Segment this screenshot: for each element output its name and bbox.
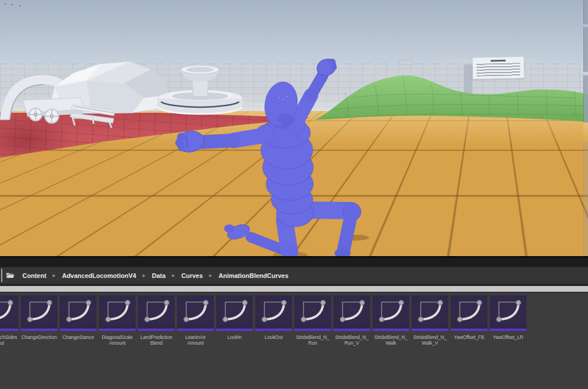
chevron-right-icon: ▶: [50, 273, 59, 278]
curve-asset-tile[interactable]: [294, 295, 331, 331]
curve-asset-icon: [21, 295, 57, 329]
curve-asset-icon: [451, 295, 487, 329]
breadcrumb-item-advancedlocomotionv4[interactable]: AdvancedLocomotionV4: [59, 272, 140, 279]
asset-item[interactable]: DiagonalScaleAmount: [99, 295, 136, 346]
sky-speck: [11, 4, 13, 5]
chevron-right-icon: ▶: [140, 273, 148, 278]
asset-item[interactable]: YawOffset_FB: [451, 295, 487, 346]
wall-pillar: [464, 64, 472, 94]
asset-label: YawOffset_FB: [447, 334, 491, 340]
asset-item[interactable]: ChangeDirection: [21, 295, 57, 346]
asset-label: StrideBlend_N_Run_V: [330, 334, 374, 346]
chevron-right-icon: ▶: [206, 273, 215, 278]
asset-grid: chSidesutChangeDirectionChangeStanceDiag…: [0, 295, 526, 346]
curve-asset-tile[interactable]: [372, 295, 409, 331]
curve-asset-tile[interactable]: [21, 295, 57, 331]
asset-item[interactable]: YawOffset_LR: [490, 295, 526, 346]
curve-asset-icon: [333, 295, 370, 329]
curve-asset-tile[interactable]: [333, 295, 370, 331]
asset-label: StrideBlend_N_Walk_V: [408, 334, 452, 346]
wall-block: [399, 60, 413, 65]
asset-type-stripe: [412, 329, 448, 331]
asset-item[interactable]: StrideBlend_N_Run_V: [333, 295, 370, 346]
curve-asset-icon: [372, 295, 409, 329]
asset-label: LookOut: [252, 334, 295, 340]
path-bar-left-divider: [1, 269, 2, 282]
asset-item[interactable]: StrideBlend_N_Run: [294, 295, 331, 346]
asset-type-stripe: [138, 329, 175, 331]
curve-asset-icon: [177, 295, 214, 329]
curve-asset-tile[interactable]: [451, 295, 487, 331]
curve-asset-tile[interactable]: [0, 295, 18, 331]
curve-asset-icon: [60, 295, 97, 329]
asset-type-stripe: [60, 329, 97, 331]
chevron-right-icon: ▶: [169, 273, 178, 278]
asset-item[interactable]: ChangeStance: [60, 295, 97, 346]
curve-asset-tile[interactable]: [60, 295, 97, 331]
curve-asset-tile[interactable]: [412, 295, 448, 331]
content-browser-asset-view[interactable]: chSidesutChangeDirectionChangeStanceDiag…: [0, 293, 588, 389]
sky-speck: [19, 5, 21, 6]
level-viewport[interactable]: [0, 0, 588, 257]
asset-type-stripe: [21, 329, 57, 331]
horizontal-scrollbar[interactable]: [0, 286, 588, 292]
sky-speck: [5, 3, 6, 5]
asset-type-stripe: [0, 329, 18, 331]
asset-type-stripe: [294, 329, 331, 331]
curve-asset-icon: [490, 295, 526, 329]
asset-type-stripe: [333, 329, 370, 331]
asset-type-stripe: [255, 329, 292, 331]
asset-label: StrideBlend_N_Run: [291, 334, 335, 346]
breadcrumb-item-content[interactable]: Content: [19, 272, 50, 279]
breadcrumb-item-data[interactable]: Data: [148, 272, 169, 279]
asset-label: LeanInAirAmount: [174, 334, 217, 346]
asset-type-stripe: [490, 329, 526, 331]
asset-label: YawOffset_LR: [486, 334, 530, 340]
sign-board: [472, 56, 525, 79]
asset-label: ChangeDirection: [17, 334, 61, 340]
unreal-editor-window: Content▶AdvancedLocomotionV4▶Data▶Curves…: [0, 0, 588, 389]
curve-asset-tile[interactable]: [99, 295, 136, 331]
asset-type-stripe: [372, 329, 409, 331]
asset-item[interactable]: LookIn: [216, 295, 253, 346]
curve-asset-icon: [138, 295, 175, 329]
curve-asset-icon: [294, 295, 331, 329]
curve-asset-tile[interactable]: [138, 295, 175, 331]
asset-label: ChangeStance: [56, 334, 100, 340]
curve-asset-icon: [216, 295, 253, 329]
asset-type-stripe: [177, 329, 214, 331]
docked-panel-edge: [583, 0, 588, 257]
curve-asset-tile[interactable]: [490, 295, 526, 331]
asset-type-stripe: [216, 329, 253, 331]
breadcrumb-item-animationblendcurves[interactable]: AnimationBlendCurves: [215, 272, 292, 279]
asset-type-stripe: [99, 329, 136, 331]
breadcrumb-item-curves[interactable]: Curves: [178, 272, 206, 279]
curve-asset-tile[interactable]: [177, 295, 214, 331]
asset-label: StrideBlend_N_Walk: [369, 334, 413, 346]
curve-asset-icon: [255, 295, 292, 329]
open-folder-icon: [6, 272, 15, 279]
curve-asset-icon: [412, 295, 448, 329]
curve-asset-icon: [99, 295, 136, 329]
asset-label: LookIn: [213, 334, 256, 340]
asset-item[interactable]: chSidesut: [0, 295, 18, 346]
breadcrumb: Content▶AdvancedLocomotionV4▶Data▶Curves…: [19, 272, 292, 279]
curve-asset-tile[interactable]: [216, 295, 253, 331]
content-browser-path-bar: Content▶AdvancedLocomotionV4▶Data▶Curves…: [0, 267, 588, 284]
asset-type-stripe: [451, 329, 487, 331]
asset-item[interactable]: StrideBlend_N_Walk: [372, 295, 409, 346]
asset-item[interactable]: LookOut: [255, 295, 292, 346]
asset-item[interactable]: LeanInAirAmount: [177, 295, 214, 346]
curve-asset-tile[interactable]: [255, 295, 292, 331]
panel-separator-band: [0, 256, 588, 267]
curve-asset-icon: [0, 295, 18, 329]
asset-item[interactable]: StrideBlend_N_Walk_V: [412, 295, 448, 346]
sign-title-line: [491, 60, 506, 62]
sign-text-lines: [476, 63, 520, 77]
asset-item[interactable]: LandPredictionBlend: [138, 295, 175, 346]
asset-label: LandPredictionBlend: [134, 334, 178, 346]
asset-label: DiagonalScaleAmount: [95, 334, 139, 346]
